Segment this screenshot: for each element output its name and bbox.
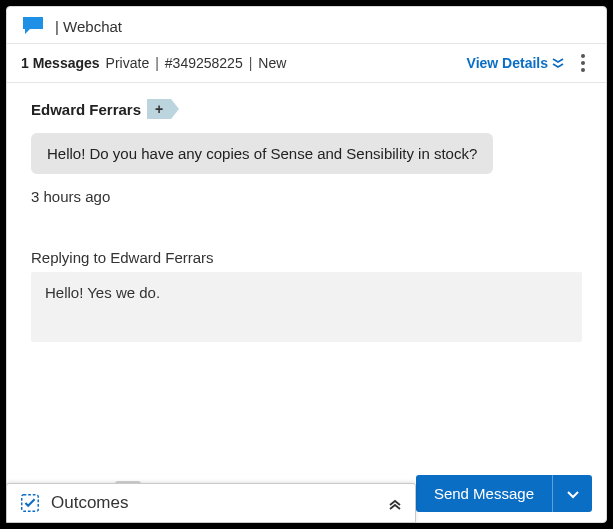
meta-separator: | (249, 55, 253, 71)
ticket-meta-left: 1 Messages Private | #349258225 | New (21, 55, 286, 71)
plus-icon: + (155, 101, 163, 117)
sender-name: Edward Ferrars (31, 101, 141, 118)
incoming-message: Hello! Do you have any copies of Sense a… (31, 133, 493, 174)
message-timestamp: 3 hours ago (7, 174, 606, 205)
channel-header: | Webchat (7, 7, 606, 44)
ticket-status: New (258, 55, 286, 71)
outcomes-panel[interactable]: Outcomes (6, 483, 416, 523)
send-options-button[interactable] (552, 475, 592, 512)
ticket-reference: #349258225 (165, 55, 243, 71)
replying-to-label: Replying to Edward Ferrars (31, 249, 582, 266)
chat-window: | Webchat 1 Messages Private | #34925822… (6, 6, 607, 523)
add-tag-button[interactable]: + (147, 99, 171, 119)
send-button-group: Send Message (416, 475, 592, 512)
ticket-visibility: Private (106, 55, 150, 71)
outcomes-label: Outcomes (51, 493, 128, 513)
view-details-link[interactable]: View Details (467, 55, 564, 71)
view-details-label: View Details (467, 55, 548, 71)
meta-separator: | (155, 55, 159, 71)
channel-label: | Webchat (55, 18, 122, 35)
send-message-button[interactable]: Send Message (416, 475, 552, 512)
sender-row: Edward Ferrars + (7, 83, 606, 119)
reply-area: Replying to Edward Ferrars Hello! Yes we… (7, 205, 606, 342)
checklist-icon (19, 492, 41, 514)
chat-bubble-icon (21, 15, 45, 37)
reply-input[interactable]: Hello! Yes we do. (31, 272, 582, 342)
message-container: Hello! Do you have any copies of Sense a… (7, 119, 606, 174)
chevron-double-up-icon[interactable] (387, 495, 403, 511)
reply-draft-text: Hello! Yes we do. (45, 284, 160, 301)
more-options-button[interactable] (574, 52, 592, 74)
message-count: 1 Messages (21, 55, 100, 71)
chevron-double-down-icon (552, 57, 564, 69)
ticket-meta-row: 1 Messages Private | #349258225 | New Vi… (7, 44, 606, 83)
